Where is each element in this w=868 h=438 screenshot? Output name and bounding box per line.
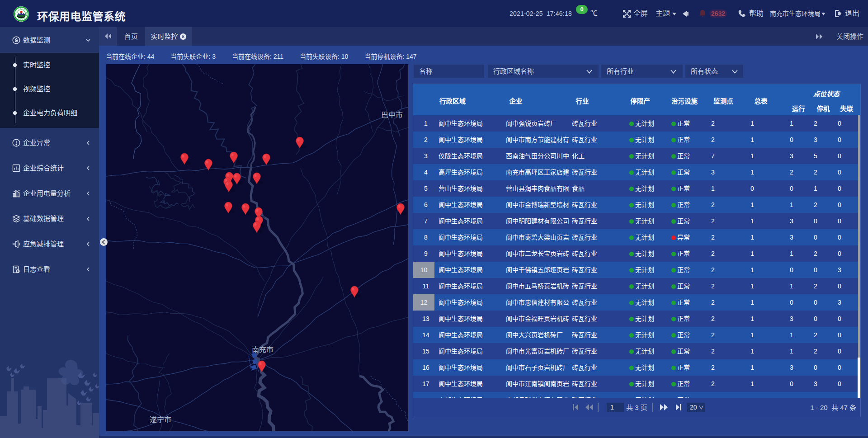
svg-text:巴中市: 巴中市 [381, 111, 403, 119]
svg-text:遂宁市: 遂宁市 [150, 416, 171, 424]
svg-text:南充市: 南充市 [252, 346, 274, 353]
